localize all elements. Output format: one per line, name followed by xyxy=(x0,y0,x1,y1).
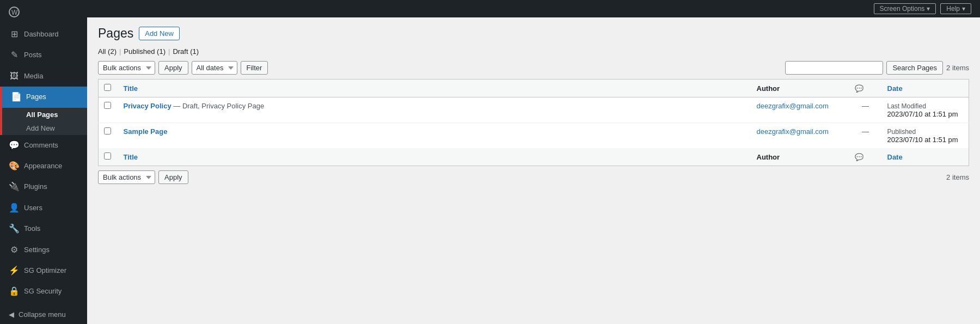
select-all-checkbox-bottom[interactable] xyxy=(104,152,111,160)
pages-menu-block: 📄 Pages All Pages Add New xyxy=(0,87,87,135)
sidebar: W ⊞ Dashboard ✎ Posts 🖼 Media 📄 Pages Al… xyxy=(0,0,87,324)
row-select-1[interactable] xyxy=(104,127,111,135)
comments-col-icon: 💬 xyxy=(855,84,863,93)
row-author-link-0[interactable]: deezgrafix@gmail.com xyxy=(757,102,829,110)
sidebar-item-dashboard[interactable]: ⊞ Dashboard xyxy=(0,24,87,45)
sg-security-icon: 🔒 xyxy=(9,285,20,297)
col-date-sort-link[interactable]: Date xyxy=(887,84,903,93)
row-date-1: Published 2023/07/10 at 1:51 pm xyxy=(882,123,969,149)
page-title: Pages xyxy=(98,26,133,41)
topbar: Screen Options ▾ Help ▾ xyxy=(87,0,980,17)
filter-draft-link[interactable]: Draft (1) xyxy=(173,47,199,56)
sidebar-item-posts[interactable]: ✎ Posts xyxy=(0,45,87,65)
add-new-button[interactable]: Add New xyxy=(139,27,180,40)
row-title-0: Privacy Policy — Draft, Privacy Policy P… xyxy=(118,97,751,123)
filter-published-link[interactable]: Published (1) xyxy=(124,47,166,56)
table-row: Sample Page deezgrafix@gmail.com — Publi… xyxy=(99,123,969,149)
table-row: Privacy Policy — Draft, Privacy Policy P… xyxy=(99,97,969,123)
apply-button-bottom[interactable]: Apply xyxy=(158,170,188,184)
tablenav-top-left: Bulk actions Apply All dates Filter xyxy=(98,61,268,75)
items-count-top: 2 items xyxy=(946,64,969,72)
row-comments-0: — xyxy=(849,97,882,123)
filter-links: All (2) | Published (1) | Draft (1) xyxy=(98,47,969,56)
row-date-value-1: 2023/07/10 at 1:51 pm xyxy=(887,136,958,144)
row-author-link-1[interactable]: deezgrafix@gmail.com xyxy=(757,127,829,136)
screen-options-chevron-icon: ▾ xyxy=(927,5,930,13)
sidebar-item-sg-security[interactable]: 🔒 SG Security xyxy=(0,281,87,302)
col-header-author: Author xyxy=(751,80,849,97)
row-comments-1: — xyxy=(849,123,882,149)
sidebar-item-plugins[interactable]: 🔌 Plugins xyxy=(0,176,87,197)
all-dates-select-top[interactable]: All dates xyxy=(192,61,237,75)
wp-logo: W xyxy=(0,0,87,24)
search-pages-button[interactable]: Search Pages xyxy=(886,61,943,75)
comments-footer-icon: 💬 xyxy=(855,153,863,161)
row-title-link-0[interactable]: Privacy Policy xyxy=(124,102,171,110)
row-author-1: deezgrafix@gmail.com xyxy=(751,123,849,149)
sidebar-subitem-all-pages[interactable]: All Pages xyxy=(2,108,87,121)
main-content: Screen Options ▾ Help ▾ Pages Add New Al… xyxy=(87,0,980,324)
bulk-actions-select-top[interactable]: Bulk actions xyxy=(98,61,155,75)
tools-icon: 🔧 xyxy=(9,223,20,235)
plugins-icon: 🔌 xyxy=(9,181,20,193)
help-button[interactable]: Help ▾ xyxy=(940,3,971,14)
col-header-date: Date xyxy=(882,80,969,97)
sidebar-item-appearance[interactable]: 🎨 Appearance xyxy=(0,156,87,176)
sidebar-subitem-add-new[interactable]: Add New xyxy=(2,121,87,135)
collapse-menu-button[interactable]: ◀ Collapse menu xyxy=(0,305,87,324)
row-title-1: Sample Page xyxy=(118,123,751,149)
tablenav-top-right: Search Pages 2 items xyxy=(785,61,969,75)
row-date-0: Last Modified 2023/07/10 at 1:51 pm xyxy=(882,97,969,123)
settings-icon: ⚙ xyxy=(9,244,20,256)
collapse-menu-icon: ◀ xyxy=(9,310,14,319)
col-header-comments: 💬 xyxy=(849,80,882,97)
users-icon: 👤 xyxy=(9,202,20,214)
row-title-link-1[interactable]: Sample Page xyxy=(124,127,168,136)
appearance-icon: 🎨 xyxy=(9,160,20,172)
sidebar-item-sg-optimizer[interactable]: ⚡ SG Optimizer xyxy=(0,260,87,281)
search-input[interactable] xyxy=(785,61,883,75)
pages-icon: 📄 xyxy=(11,91,22,103)
row-author-0: deezgrafix@gmail.com xyxy=(751,97,849,123)
col-footer-title: Title xyxy=(118,148,751,166)
sidebar-item-tools[interactable]: 🔧 Tools xyxy=(0,218,87,239)
comments-icon: 💬 xyxy=(9,139,20,151)
row-date-label-1: Published xyxy=(887,128,916,136)
filter-button-top[interactable]: Filter xyxy=(241,61,268,75)
row-date-value-0: 2023/07/10 at 1:51 pm xyxy=(887,110,958,118)
col-header-title: Title xyxy=(118,80,751,97)
pages-table: Title Author 💬 Date Privacy Polic xyxy=(98,79,969,166)
sidebar-item-users[interactable]: 👤 Users xyxy=(0,198,87,218)
bulk-actions-select-bottom[interactable]: Bulk actions xyxy=(98,170,155,184)
col-footer-comments: 💬 xyxy=(849,148,882,166)
row-checkbox-1 xyxy=(99,123,118,149)
tablenav-bottom-left: Bulk actions Apply xyxy=(98,170,188,184)
items-count-bottom: 2 items xyxy=(946,173,969,181)
row-select-0[interactable] xyxy=(104,102,111,109)
media-icon: 🖼 xyxy=(9,70,20,82)
col-footer-title-link[interactable]: Title xyxy=(124,153,138,161)
row-title-suffix-0: — Draft, Privacy Policy Page xyxy=(171,102,265,110)
col-footer-date: Date xyxy=(882,148,969,166)
posts-icon: ✎ xyxy=(9,49,20,61)
content-area: Pages Add New All (2) | Published (1) | … xyxy=(87,17,980,324)
sidebar-item-pages[interactable]: 📄 Pages xyxy=(2,87,87,107)
col-title-sort-link[interactable]: Title xyxy=(124,84,138,93)
sidebar-item-media[interactable]: 🖼 Media xyxy=(0,66,87,87)
screen-options-button[interactable]: Screen Options ▾ xyxy=(874,3,936,14)
sidebar-item-settings[interactable]: ⚙ Settings xyxy=(0,240,87,260)
pages-submenu: All Pages Add New xyxy=(2,108,87,135)
col-footer-date-link[interactable]: Date xyxy=(887,153,903,161)
help-chevron-icon: ▾ xyxy=(962,5,965,13)
col-footer-checkbox xyxy=(99,148,118,166)
row-checkbox-0 xyxy=(99,97,118,123)
svg-text:W: W xyxy=(11,9,18,16)
sidebar-item-comments[interactable]: 💬 Comments xyxy=(0,135,87,156)
col-footer-author: Author xyxy=(751,148,849,166)
select-all-checkbox-top[interactable] xyxy=(104,84,111,91)
row-date-label-0: Last Modified xyxy=(887,102,926,110)
table-body: Privacy Policy — Draft, Privacy Policy P… xyxy=(99,97,969,149)
apply-button-top[interactable]: Apply xyxy=(158,61,188,75)
dashboard-icon: ⊞ xyxy=(9,28,20,40)
filter-all-link[interactable]: All (2) xyxy=(98,47,117,56)
